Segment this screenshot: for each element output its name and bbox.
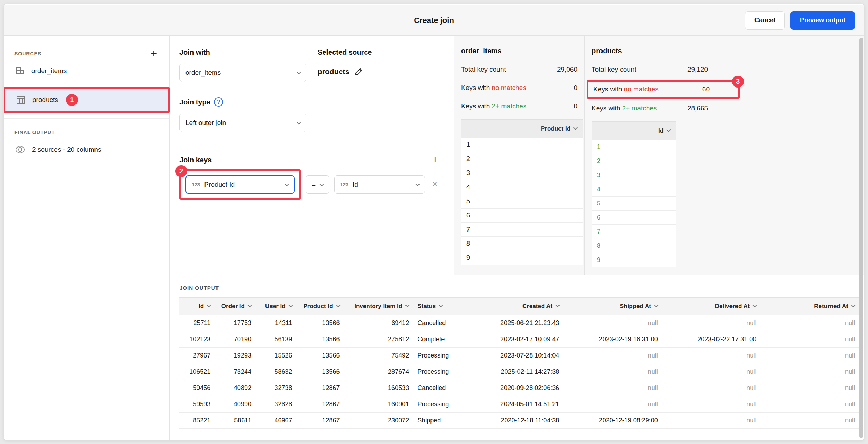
preview-output-button[interactable]: Preview output bbox=[790, 11, 855, 30]
right-key-select[interactable]: 123 Id bbox=[334, 175, 425, 194]
annotation-badge-3: 3 bbox=[732, 76, 744, 88]
join-config-region: Join with order_items Selected source pr… bbox=[170, 36, 864, 275]
column-header-order-id[interactable]: Order Id bbox=[215, 298, 256, 315]
key-value: 9 bbox=[592, 253, 676, 267]
left-key-value: Product Id bbox=[204, 181, 281, 188]
final-output-label: FINAL OUTPUT bbox=[14, 130, 55, 135]
output-cell: null bbox=[563, 348, 662, 364]
operator-select[interactable]: = bbox=[306, 175, 329, 194]
output-cell: null bbox=[760, 315, 859, 331]
sources-section-header: SOURCES + bbox=[4, 48, 169, 60]
main-area: Join with order_items Selected source pr… bbox=[170, 36, 864, 440]
add-source-button[interactable]: + bbox=[149, 48, 159, 59]
column-header-status[interactable]: Status bbox=[413, 298, 465, 315]
join-with-select[interactable]: order_items bbox=[179, 64, 306, 82]
key-row: 6 bbox=[592, 211, 676, 225]
chevron-down-icon bbox=[207, 303, 211, 307]
output-cell: Processing bbox=[413, 396, 465, 413]
output-cell: 12867 bbox=[297, 380, 344, 396]
output-row: 106521732445863213566287674Processing202… bbox=[179, 364, 859, 380]
sources-sidebar: SOURCES + order_items bbox=[4, 36, 170, 440]
column-header-returned-at[interactable]: Returned At bbox=[760, 298, 859, 315]
key-row: 3 bbox=[592, 168, 676, 182]
output-cell: Shipped bbox=[413, 413, 465, 429]
key-value: 1 bbox=[592, 140, 676, 154]
sidebar-item-final-output[interactable]: 2 sources - 20 columns bbox=[4, 138, 169, 161]
output-cell: null bbox=[563, 396, 662, 413]
join-venn-icon bbox=[14, 145, 26, 154]
key-row: 9 bbox=[592, 253, 676, 267]
column-header-shipped-at[interactable]: Shipped At bbox=[563, 298, 662, 315]
operator-value: = bbox=[312, 181, 316, 188]
key-value: 3 bbox=[592, 168, 676, 182]
output-cell: 2025-06-21 21:23:43 bbox=[465, 315, 564, 331]
dialog-body: SOURCES + order_items bbox=[4, 36, 864, 440]
key-row: 2 bbox=[461, 152, 583, 166]
join-type-value: Left outer join bbox=[185, 119, 293, 127]
output-cell: 12867 bbox=[297, 413, 344, 429]
key-column-header[interactable]: Id bbox=[592, 122, 676, 140]
chevron-down-icon bbox=[851, 303, 856, 307]
sidebar-item-products[interactable]: products 1 bbox=[5, 89, 168, 111]
output-cell: null bbox=[760, 413, 859, 429]
key-value: 7 bbox=[592, 225, 676, 239]
key-row: 4 bbox=[461, 180, 583, 194]
column-header-product-id[interactable]: Product Id bbox=[297, 298, 344, 315]
chevron-down-icon bbox=[415, 182, 420, 186]
output-cell: 85221 bbox=[179, 413, 215, 429]
output-cell: 19293 bbox=[215, 348, 256, 364]
chevron-down-icon bbox=[753, 303, 757, 307]
output-cell: null bbox=[760, 331, 859, 348]
join-output-section: JOIN OUTPUT IdOrder IdUser IdProduct IdI… bbox=[170, 275, 864, 440]
key-row: 7 bbox=[461, 223, 583, 237]
key-value: 2 bbox=[461, 152, 583, 166]
key-value: 3 bbox=[461, 166, 583, 180]
chevron-down-icon bbox=[555, 303, 560, 307]
output-cell: Cancelled bbox=[413, 380, 465, 396]
help-icon[interactable]: ? bbox=[214, 97, 223, 107]
column-header-delivered-at[interactable]: Delivered At bbox=[662, 298, 761, 315]
key-row: 8 bbox=[461, 237, 583, 251]
sidebar-item-order-items[interactable]: order_items bbox=[4, 60, 169, 82]
key-column-header[interactable]: Product Id bbox=[461, 120, 583, 138]
dialog-header: Create join Cancel Preview output bbox=[4, 4, 864, 36]
output-cell: null bbox=[760, 348, 859, 364]
create-join-dialog: Create join Cancel Preview output SOURCE… bbox=[4, 4, 864, 440]
vertical-scrollbar[interactable] bbox=[859, 38, 863, 438]
add-join-key-button[interactable]: + bbox=[430, 155, 440, 165]
chevron-down-icon bbox=[319, 182, 324, 186]
output-cell: null bbox=[662, 380, 761, 396]
output-cell: Cancelled bbox=[413, 315, 465, 331]
output-row: 59456408923273812867160533Cancelled2020-… bbox=[179, 380, 859, 396]
column-header-created-at[interactable]: Created At bbox=[465, 298, 564, 315]
key-row: 1 bbox=[592, 140, 676, 154]
key-value: 6 bbox=[461, 209, 583, 223]
left-key-select[interactable]: 123 Product Id bbox=[185, 175, 295, 194]
cancel-button[interactable]: Cancel bbox=[745, 11, 785, 30]
edit-source-button[interactable] bbox=[354, 67, 363, 76]
key-value: 8 bbox=[592, 239, 676, 253]
remove-join-key-button[interactable]: × bbox=[430, 179, 440, 190]
annotation-box-1: products 1 bbox=[4, 87, 170, 113]
output-cell: 73244 bbox=[215, 364, 256, 380]
join-type-select[interactable]: Left outer join bbox=[179, 114, 306, 132]
output-cell: null bbox=[662, 348, 761, 364]
selected-source-value: products bbox=[318, 67, 349, 76]
column-header-id[interactable]: Id bbox=[179, 298, 215, 315]
products-stats-panel: products Total key count 29,120 3 Keys w… bbox=[584, 36, 864, 275]
column-header-user-id[interactable]: User Id bbox=[256, 298, 297, 315]
stat-keys-2plus-matches: Keys with 2+ matches 0 bbox=[461, 102, 577, 110]
output-cell: 75492 bbox=[344, 348, 414, 364]
key-value: 7 bbox=[461, 223, 583, 237]
output-cell: null bbox=[760, 380, 859, 396]
key-row: 1 bbox=[461, 138, 583, 152]
key-value: 2 bbox=[592, 154, 676, 168]
key-row: 9 bbox=[461, 251, 583, 265]
selected-source-label: Selected source bbox=[318, 48, 372, 56]
key-value: 8 bbox=[461, 237, 583, 251]
join-keys-label: Join keys bbox=[179, 156, 212, 164]
output-cell: 15526 bbox=[256, 348, 297, 364]
column-header-inventory-item-id[interactable]: Inventory Item Id bbox=[344, 298, 414, 315]
output-cell: 287674 bbox=[344, 364, 414, 380]
key-value: 5 bbox=[592, 197, 676, 211]
